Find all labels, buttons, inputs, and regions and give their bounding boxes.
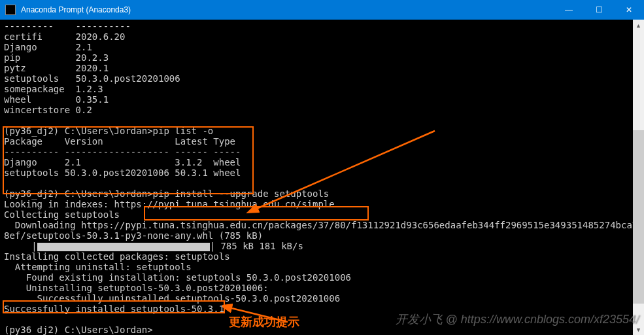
terminal-output[interactable]: --------- ---------- certifi 2020.6.20 D… <box>0 20 644 335</box>
progress-bar <box>37 243 210 251</box>
prompt: (py36_dj2) C:\Users\Jordan> <box>4 126 153 136</box>
vertical-scrollbar[interactable]: ▲ ▼ <box>633 20 644 335</box>
scrollbar-thumb[interactable] <box>633 130 644 304</box>
install-log-2: Installing collected packages: setuptool… <box>4 251 351 304</box>
window-titlebar: Anaconda Prompt (Anaconda3) — ☐ ✕ <box>0 0 644 20</box>
maximize-button[interactable]: ☐ <box>584 0 614 20</box>
success-message: Successfully installed setuptools-50.3.1 <box>4 304 224 314</box>
prompt: (py36_dj2) C:\Users\Jordan> <box>4 325 153 335</box>
package-list: certifi 2020.6.20 Django 2.1 pip 20.2.3 … <box>4 31 180 115</box>
window-controls: — ☐ ✕ <box>554 0 644 20</box>
command-pip-list: pip list -o <box>153 126 214 136</box>
close-button[interactable]: ✕ <box>614 0 644 20</box>
outdated-divider: ---------- ------------------- ------ --… <box>4 147 241 157</box>
window-title: Anaconda Prompt (Anaconda3) <box>21 5 554 14</box>
scrollbar-up-arrow[interactable]: ▲ <box>633 20 644 31</box>
command-pip-install: pip install --upgrade setuptools <box>153 188 330 199</box>
outdated-rows: Django 2.1 3.1.2 wheel setuptools 50.3.0… <box>4 157 241 178</box>
divider: --------- ---------- <box>4 21 131 31</box>
outdated-header: Package Version Latest Type <box>4 136 235 147</box>
prompt: (py36_dj2) C:\Users\Jordan> <box>4 188 153 199</box>
progress-prefix: | <box>4 241 37 251</box>
progress-suffix: | 785 kB 181 kB/s <box>210 241 303 251</box>
scrollbar-down-arrow[interactable]: ▼ <box>633 324 644 335</box>
app-icon <box>5 5 16 15</box>
install-log-1: Looking in indexes: https://pypi.tuna.ts… <box>4 199 644 241</box>
minimize-button[interactable]: — <box>554 0 584 20</box>
